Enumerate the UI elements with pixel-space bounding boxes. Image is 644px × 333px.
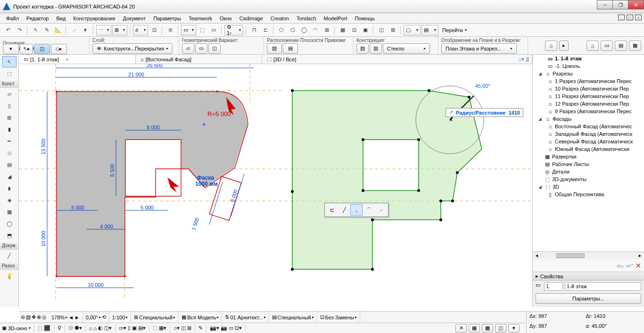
view-3[interactable]: ▤ — [615, 41, 627, 51]
props-floor-name[interactable] — [565, 282, 641, 291]
bb-6[interactable]: ⌂ — [89, 325, 92, 331]
zoom-prev-icon[interactable]: ◄ — [68, 315, 74, 320]
status-opt1[interactable]: Специальный — [139, 315, 173, 320]
sel-tool-3[interactable]: ◫ — [34, 44, 50, 54]
bb-4[interactable]: ⚇ — [68, 325, 73, 331]
layout-dropdown[interactable]: ▤ — [421, 25, 438, 35]
win3d-label[interactable]: 3D-окно — [8, 325, 27, 331]
pet-btn-5[interactable]: ⟋ — [375, 204, 387, 216]
d3[interactable]: ⬚ — [197, 25, 207, 35]
bb-20[interactable]: 📷▾ — [210, 325, 219, 331]
toolbox-more-header[interactable]: Разно — [0, 262, 18, 270]
suspend-button[interactable]: ⊘ — [165, 25, 175, 35]
zoom-in-icon[interactable]: ⊕ — [37, 314, 41, 320]
scale-value[interactable]: 1:100 — [112, 315, 125, 320]
goto-label[interactable]: Перейти — [442, 27, 463, 33]
bb-8[interactable]: ◐ — [98, 325, 103, 331]
stair-tool[interactable]: ▤ — [2, 159, 17, 170]
bb-10[interactable]: ▭▾ — [119, 325, 126, 331]
roof-tool[interactable]: ◢ — [2, 171, 17, 182]
menu-edit[interactable]: Редактор — [23, 16, 52, 21]
menu-options[interactable]: Параметры — [149, 16, 185, 21]
zoom-value[interactable]: 178% — [51, 315, 65, 320]
measure-button[interactable]: 📐 — [53, 25, 63, 35]
pick-button[interactable]: ↖ — [30, 25, 41, 35]
props-floor-num[interactable] — [544, 282, 563, 291]
pet-btn-1[interactable]: ⊏ — [326, 204, 338, 216]
geom-3[interactable]: ◫ — [208, 43, 221, 54]
nav-dd[interactable]: ▸ — [559, 41, 569, 51]
mdi-minimize-icon[interactable]: - — [618, 15, 625, 20]
sel-tool-2[interactable]: ↖▸ — [20, 44, 33, 54]
snap-dropdown[interactable]: ⋯ — [96, 25, 111, 35]
bb-11[interactable]: ▯ — [128, 325, 131, 331]
column-tool[interactable]: ▮ — [2, 124, 17, 135]
plane-1[interactable]: ▨ — [267, 43, 282, 54]
nav-delete-icon[interactable]: ✕ — [636, 262, 641, 269]
line-tool[interactable]: ╱ — [2, 250, 17, 261]
undo-button[interactable]: ↶ — [3, 25, 13, 35]
pet-btn-4[interactable]: ⌒ — [363, 204, 375, 216]
bb-2[interactable]: ⬛ — [44, 325, 50, 331]
d6[interactable]: ⊓ — [249, 25, 259, 35]
renov-dropdown[interactable]: ⚙ 1▫ — [224, 25, 243, 35]
plane-2[interactable]: ▤ — [283, 43, 298, 54]
status-opt4[interactable]: Специальный — [278, 315, 311, 320]
sel-tool-4[interactable]: ◇▸ — [51, 44, 67, 54]
menu-view[interactable]: Вид — [52, 16, 69, 21]
view-1[interactable]: ⌂ — [586, 41, 599, 51]
menu-file[interactable]: Файл — [2, 16, 23, 21]
tab-home-icon[interactable]: ⌂▾ — [518, 56, 524, 62]
morph-tool[interactable]: ◯ — [2, 218, 17, 229]
bb-1[interactable]: ⬚ — [38, 325, 42, 331]
object-tool[interactable]: ⬒ — [2, 230, 17, 241]
sel-tool-1[interactable]: ▾ — [3, 44, 19, 54]
zoom-next-icon[interactable]: ► — [74, 315, 80, 320]
guide-button[interactable]: ⟋ — [69, 25, 79, 35]
bb-21[interactable]: 📷 — [221, 325, 227, 331]
d13[interactable]: ▦ — [338, 25, 348, 35]
maximize-button[interactable]: ❐ — [612, 0, 628, 9]
menu-design[interactable]: Конструирование — [69, 16, 119, 21]
marquee-tool[interactable]: ⬚ — [2, 68, 17, 79]
layer-dropdown[interactable]: 👁 Конструкти...Перекрытия ▸ — [92, 43, 173, 54]
wand-button[interactable]: ✎ — [41, 25, 52, 35]
dropdown-1[interactable]: ▾ — [80, 25, 91, 35]
constr-1[interactable]: ▨ — [356, 43, 369, 54]
d9[interactable]: ⬡ — [288, 25, 298, 35]
tab-3d[interactable]: ⬚ [3D / Все] ⌂▾ ▯ — [262, 55, 532, 64]
navigator-tree[interactable]: ▭1. 1-й этаж ▭-1. Цоколь ◢⌂Разрезы ⌂1 Ра… — [533, 55, 644, 251]
menu-window[interactable]: Окно — [216, 16, 236, 21]
bb-17[interactable]: ◫ — [181, 325, 186, 331]
menu-teamwork[interactable]: Teamwork — [185, 16, 216, 21]
menu-document[interactable]: Документ — [119, 16, 150, 21]
zoom-fit-icon[interactable]: ▨ — [26, 314, 31, 320]
status-opt2[interactable]: Вся Модель — [187, 315, 216, 320]
view-2[interactable]: ▭ — [601, 41, 613, 51]
menu-creaton[interactable]: Creaton — [267, 16, 293, 21]
d4[interactable]: ▭ — [208, 25, 219, 35]
wall-tool[interactable]: ▱ — [2, 88, 17, 100]
d15[interactable]: ▣ — [360, 25, 371, 35]
beam-tool[interactable]: ━ — [2, 135, 17, 147]
grav-2[interactable]: ▦ — [469, 324, 480, 333]
bb-13[interactable]: ▤▾ — [138, 325, 146, 331]
grid-btn[interactable]: ⊡ — [149, 25, 159, 35]
bb-7[interactable]: ⌂ — [94, 325, 97, 331]
params-button[interactable]: Параметры... — [536, 293, 641, 304]
toolbox-design-header[interactable]: Конст — [0, 80, 18, 88]
lamp-tool[interactable]: 💡 — [2, 270, 17, 282]
door-tool[interactable]: ▯ — [2, 100, 17, 111]
menu-modelport[interactable]: ModelPort — [320, 16, 351, 21]
bb-22[interactable]: ▭ — [229, 325, 233, 331]
mdi-close-icon[interactable]: × — [635, 15, 642, 20]
d11[interactable]: ◠ — [310, 25, 321, 35]
grid-dropdown[interactable]: # — [133, 25, 148, 35]
bb-14[interactable]: ⬚ — [153, 325, 157, 331]
pet-btn-2[interactable]: ╱ — [338, 204, 350, 216]
grav-3[interactable]: ▩ — [482, 324, 493, 333]
grav-1[interactable]: ✕ — [455, 324, 467, 333]
bb-3[interactable]: ⚲ — [58, 325, 61, 331]
pet-btn-3[interactable]: ◟ — [350, 204, 363, 216]
nav-hscroll[interactable]: ◄► — [533, 251, 644, 259]
